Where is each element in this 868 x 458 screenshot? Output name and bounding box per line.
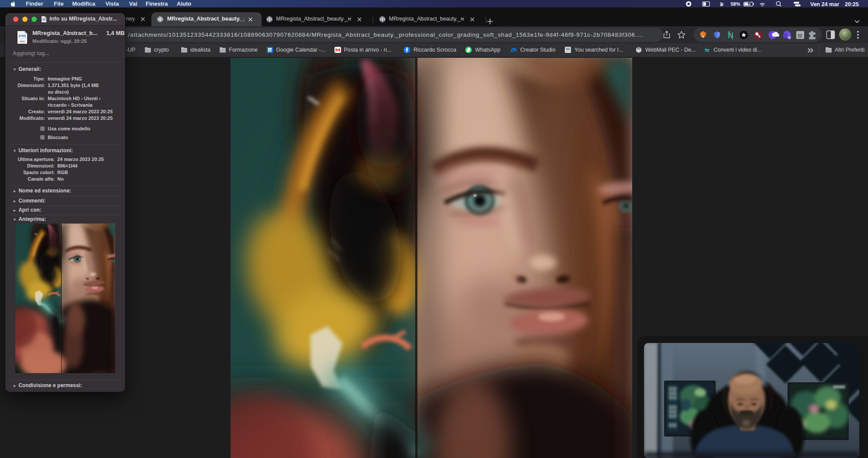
svg-text:20:25: 20:25 — [845, 1, 859, 7]
svg-text:Ven 24 mar: Ven 24 mar — [810, 1, 839, 7]
svg-text:5: 5 — [788, 36, 790, 39]
svg-text:PNG: PNG — [20, 40, 25, 43]
svg-text:58%: 58% — [731, 1, 740, 7]
svg-text:M: M — [798, 33, 802, 39]
svg-text:31: 31 — [269, 49, 272, 52]
